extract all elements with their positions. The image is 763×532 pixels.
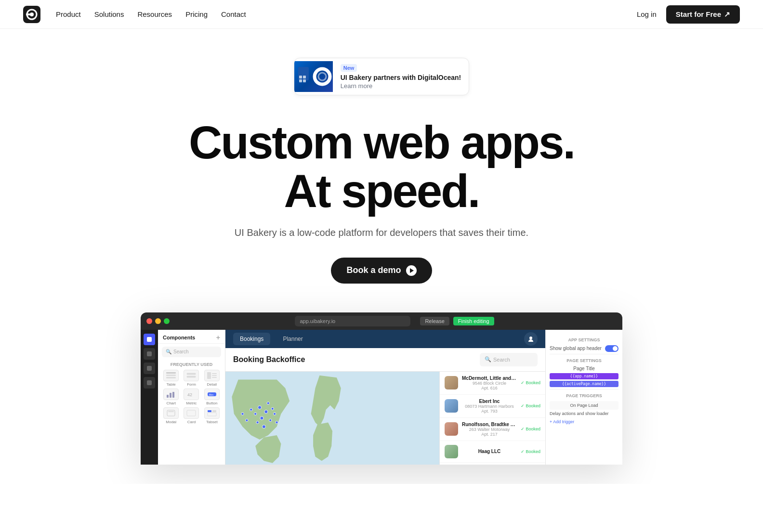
nav-link-pricing[interactable]: Pricing [185,10,208,18]
nav-link-resources[interactable]: Resources [137,10,172,18]
nav-right: Log in Start for Free ↗ [637,5,740,24]
component-item-metric[interactable]: 42 Metric [182,389,200,405]
component-label: Button [206,401,217,405]
hero-heading: Custom web apps. At speed. [189,118,574,216]
login-link[interactable]: Log in [637,10,657,18]
map-area [225,372,439,465]
svg-rect-8 [303,79,306,82]
booking-item[interactable]: Ebert Inc 08073 Hartmann Harbors Apt. 79… [440,395,545,418]
book-demo-button[interactable]: Book a demo [331,258,432,284]
main-app-content: Bookings Planner Booking Backoffice 🔍 Se… [225,330,545,465]
add-trigger-button[interactable]: + Add trigger [550,418,618,426]
component-label: Detail [207,382,217,387]
svg-rect-29 [208,410,211,412]
booking-item[interactable]: Runolfsson, Bradtke and ... 263 Walter M… [440,418,545,441]
hero-subtitle: UI Bakery is a low-code platform for dev… [235,227,528,238]
start-free-button[interactable]: Start for Free ↗ [666,5,740,24]
logo[interactable] [23,6,40,23]
booking-apt: Apt. 793 [462,409,517,414]
svg-point-45 [262,425,265,428]
tab-bookings[interactable]: Bookings [233,333,270,345]
nav-link-solutions[interactable]: Solutions [94,10,124,18]
booking-avatar [445,399,458,413]
svg-rect-18 [212,375,217,376]
booking-address: 08073 Hartmann Harbors [462,404,517,409]
component-item-table[interactable]: Table [162,370,180,387]
finish-editing-button[interactable]: Finish editing [453,317,494,325]
settings-panel: APP SETTINGS Show global app header PAGE… [545,330,622,465]
divider [550,389,618,389]
tab-planner[interactable]: Planner [276,333,309,345]
component-label: Metric [186,401,197,405]
component-item-card[interactable]: Card [182,407,200,424]
svg-point-38 [254,413,256,415]
nav-left: Product Solutions Resources Pricing Cont… [23,6,246,23]
app-content-area: McDermott, Little and Wa... 9546 Block C… [225,372,545,465]
svg-point-2 [30,13,34,16]
svg-rect-16 [207,372,211,379]
component-item-form[interactable]: Form [182,370,200,387]
page-title-label: Page Title [550,366,618,371]
svg-text:42: 42 [187,392,192,397]
sidebar-icon-data[interactable] [144,363,155,374]
components-add-icon[interactable]: + [216,334,220,341]
sidebar-icon-components[interactable] [144,334,155,345]
svg-rect-14 [187,373,196,375]
booking-name: Runolfsson, Bradtke and ... [462,422,517,427]
app-preview: app.uibakery.io Release Finish editing [141,312,622,465]
release-button[interactable]: Release [420,317,449,325]
svg-rect-17 [212,373,217,374]
svg-rect-28 [187,410,196,416]
component-item-tabset[interactable]: Tabset [203,407,221,424]
svg-rect-6 [303,76,306,78]
navbar: Product Solutions Resources Pricing Cont… [0,0,763,29]
svg-rect-31 [208,413,216,416]
booking-address: 9546 Block Circle [462,381,517,386]
svg-rect-11 [166,372,176,374]
page-title: Booking Backoffice [233,355,305,364]
user-avatar[interactable] [524,332,538,346]
chrome-actions: Release Finish editing [420,317,494,325]
app-search-bar[interactable]: 🔍 Search [480,353,538,366]
svg-point-9 [315,69,330,84]
play-icon [406,265,417,276]
app-settings-title: APP SETTINGS [550,337,618,342]
svg-rect-7 [299,79,302,82]
svg-point-37 [271,407,274,410]
booking-apt: Apt. 616 [462,386,517,390]
banner-learn-more-link[interactable]: Learn more [341,82,372,90]
divider [550,354,618,354]
sidebar-icon-settings[interactable] [144,377,155,389]
booking-status: ✓ Booked [521,380,540,385]
sidebar-icon-pages[interactable] [144,348,155,360]
booking-info: Ebert Inc 08073 Hartmann Harbors Apt. 79… [462,399,517,414]
banner-image [294,61,333,92]
component-item-modal[interactable]: Modal [162,407,180,424]
booking-item[interactable]: McDermott, Little and Wa... 9546 Block C… [440,372,545,395]
booking-name: Ebert Inc [462,399,517,404]
svg-rect-13 [166,377,176,378]
svg-rect-5 [299,76,302,78]
component-item-detail[interactable]: Detail [203,370,221,387]
booking-avatar [445,422,458,436]
component-grid: Table Form Detail [158,368,225,426]
frequently-used-label: Frequently used [158,360,225,368]
svg-rect-30 [212,410,216,412]
chrome-max-dot [164,318,170,324]
nav-link-contact[interactable]: Contact [221,10,246,18]
show-global-header-toggle[interactable] [605,345,618,352]
on-page-load-trigger[interactable]: On Page Load [550,401,618,410]
banner-title: UI Bakery partners with DigitalOcean! [341,74,461,81]
component-item-button[interactable]: Btn Button [203,389,221,405]
announcement-banner[interactable]: New UI Bakery partners with DigitalOcean… [294,58,470,95]
component-item-chart[interactable]: Chart [162,389,180,405]
svg-rect-22 [172,392,174,398]
components-search[interactable]: 🔍 Search [162,347,221,357]
browser-chrome: app.uibakery.io Release Finish editing [141,312,622,330]
svg-rect-3 [26,13,30,15]
nav-link-product[interactable]: Product [56,10,81,18]
svg-rect-21 [170,393,171,398]
booking-item[interactable]: Haag LLC ✓ Booked [440,441,545,463]
delay-row: Delay actions and show loader [550,411,618,416]
delay-label: Delay actions and show loader [550,411,609,416]
